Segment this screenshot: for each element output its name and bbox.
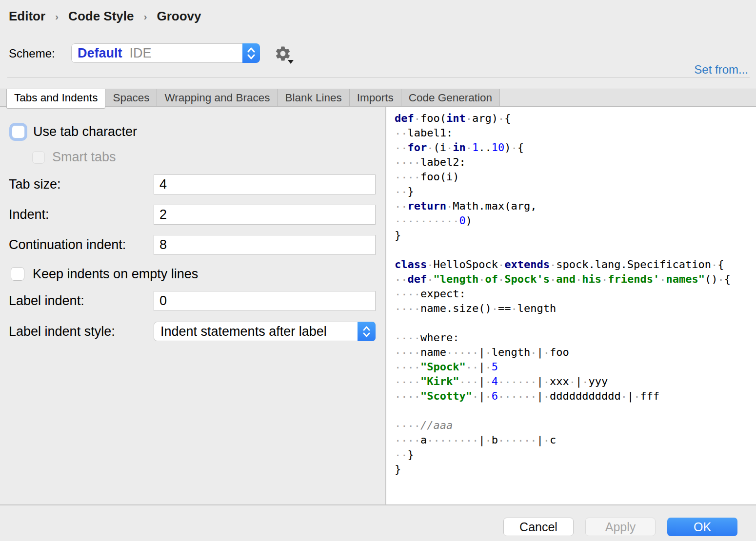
ok-button[interactable]: OK — [667, 518, 737, 536]
tab-spaces[interactable]: Spaces — [105, 89, 157, 106]
header-divider — [7, 77, 750, 77]
set-from-link[interactable]: Set from... — [694, 63, 748, 77]
tab-wrapping-and-braces[interactable]: Wrapping and Braces — [157, 89, 278, 106]
breadcrumb-groovy: Groovy — [157, 9, 201, 24]
breadcrumb: Editor › Code Style › Groovy — [9, 9, 201, 24]
continuation-indent-label: Continuation indent: — [9, 237, 126, 252]
continuation-indent-input[interactable] — [154, 235, 376, 255]
apply-button[interactable]: Apply — [585, 518, 656, 536]
gear-dropdown-arrow-icon — [288, 60, 294, 64]
tab-size-input[interactable] — [154, 174, 376, 194]
smart-tabs-label: Smart tabs — [52, 150, 116, 165]
tab-size-label: Tab size: — [9, 177, 61, 192]
tab-tabs-and-indents[interactable]: Tabs and Indents — [6, 89, 105, 109]
tab-blank-lines[interactable]: Blank Lines — [278, 89, 349, 106]
tab-imports[interactable]: Imports — [350, 89, 401, 106]
keep-indents-label: Keep indents on empty lines — [33, 267, 198, 282]
scheme-value: Default — [78, 46, 122, 60]
use-tab-character-label: Use tab character — [33, 124, 137, 139]
scheme-combobox[interactable]: DefaultIDE — [71, 43, 260, 63]
breadcrumb-separator-icon: › — [143, 11, 147, 22]
code-preview: def·foo(int·arg)·{··label1:··for·(i·in·1… — [385, 107, 756, 504]
smart-tabs-checkbox — [32, 151, 45, 164]
scheme-label: Scheme: — [9, 47, 55, 60]
tab-code-generation[interactable]: Code Generation — [401, 89, 500, 106]
label-indent-style-stepper-icon — [358, 322, 376, 341]
label-indent-style-label: Label indent style: — [9, 324, 115, 339]
keep-indents-checkbox[interactable] — [11, 267, 24, 281]
breadcrumb-separator-icon: › — [55, 11, 59, 22]
label-indent-style-dropdown[interactable]: Indent statements after label — [154, 322, 376, 341]
indent-label: Indent: — [9, 207, 49, 222]
settings-form: Use tab character Smart tabs Tab size: I… — [0, 107, 385, 504]
label-indent-label: Label indent: — [9, 293, 84, 309]
label-indent-style-value: Indent statements after label — [154, 324, 327, 339]
breadcrumb-code-style[interactable]: Code Style — [68, 9, 134, 24]
dialog-footer: Cancel Apply OK — [0, 504, 756, 541]
label-indent-input[interactable] — [154, 291, 376, 311]
tab-bar: Tabs and IndentsSpacesWrapping and Brace… — [0, 89, 756, 107]
settings-dialog: Editor › Code Style › Groovy Scheme: Def… — [0, 0, 756, 541]
cancel-button[interactable]: Cancel — [503, 518, 574, 536]
breadcrumb-editor[interactable]: Editor — [9, 9, 45, 24]
scheme-value-suffix: IDE — [130, 46, 152, 60]
indent-input[interactable] — [154, 205, 376, 225]
scheme-combobox-stepper-icon[interactable] — [242, 43, 260, 63]
use-tab-character-checkbox[interactable] — [12, 125, 25, 138]
scheme-settings-gear-icon[interactable] — [274, 45, 294, 64]
